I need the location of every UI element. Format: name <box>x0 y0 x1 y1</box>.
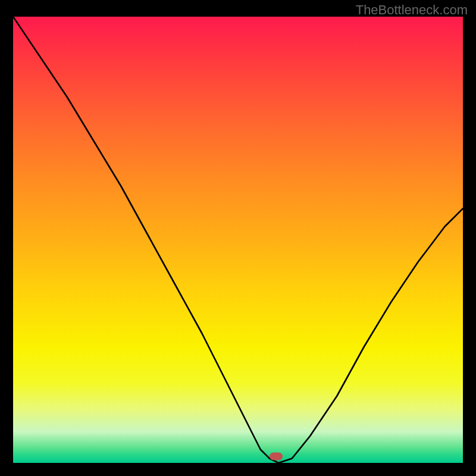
chart-plot-area <box>13 17 463 463</box>
watermark-text: TheBottleneck.com <box>356 2 468 18</box>
bottleneck-curve <box>13 17 463 463</box>
optimal-point-marker <box>270 452 283 460</box>
